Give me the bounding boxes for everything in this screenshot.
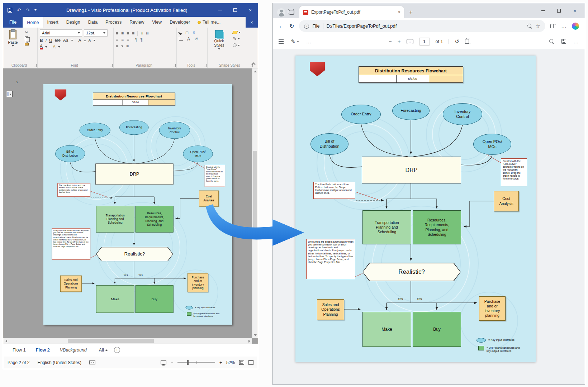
- grow-font-button[interactable]: A: [79, 38, 81, 43]
- shape-drp[interactable]: DRP: [95, 163, 173, 185]
- zoom-out-icon[interactable]: −: [389, 39, 392, 44]
- underline-button[interactable]: U: [49, 38, 52, 43]
- text-direction-icon[interactable]: ¶: [135, 37, 137, 42]
- shape-buy[interactable]: Buy: [413, 312, 461, 347]
- shape-forecasting[interactable]: Forecasting: [119, 120, 149, 135]
- shape-forecasting[interactable]: Forecasting: [392, 101, 430, 120]
- tab-process[interactable]: Process: [101, 17, 125, 28]
- insert-page-button[interactable]: +: [114, 347, 120, 353]
- close-button[interactable]: ×: [243, 3, 258, 17]
- horizontal-scrollbar-thumb[interactable]: [68, 339, 154, 343]
- switch-windows-icon[interactable]: [248, 360, 253, 365]
- shape-order-entry[interactable]: Order Entry: [341, 105, 381, 124]
- rotate-text-icon[interactable]: ¶: [141, 37, 143, 42]
- shape-resources-requirements[interactable]: Resources, Requirements, Planning, and S…: [136, 206, 174, 233]
- font-size-select[interactable]: 12pt.: [84, 29, 108, 37]
- maximize-button[interactable]: [551, 5, 567, 17]
- zoom-slider[interactable]: [177, 362, 215, 363]
- quick-styles-button[interactable]: Quick Styles: [210, 29, 228, 50]
- tab-actions-icon[interactable]: [289, 10, 294, 15]
- shape-sales-operations[interactable]: Sales and Operations Planning: [60, 276, 82, 292]
- shape-transportation-planning[interactable]: Transportation Planning and Scheduling: [362, 210, 411, 244]
- customize-qat-icon[interactable]: [34, 9, 37, 11]
- line-icon[interactable]: ✎: [233, 36, 236, 41]
- page-indicator[interactable]: Page 2 of 2: [8, 360, 29, 365]
- copilot-icon[interactable]: [572, 23, 579, 30]
- page-tab-flow1[interactable]: Flow 1: [8, 348, 30, 353]
- justify-icon[interactable]: ≡: [132, 31, 134, 36]
- shape-buy[interactable]: Buy: [136, 285, 174, 313]
- pdf-more-settings-icon[interactable]: …: [573, 38, 579, 44]
- paste-button[interactable]: Paste: [5, 29, 20, 47]
- presentation-mode-icon[interactable]: [161, 360, 166, 364]
- shape-bill-of-distribution[interactable]: Bill of Distribution: [310, 133, 348, 155]
- tell-me-box[interactable]: Tell me...: [194, 17, 224, 28]
- tab-design[interactable]: Design: [62, 17, 84, 28]
- increase-indent-icon[interactable]: ≡: [127, 37, 129, 42]
- align-center-icon[interactable]: ≡: [121, 31, 124, 36]
- horizontal-scrollbar[interactable]: [3, 338, 252, 344]
- font-dialog-launcher[interactable]: [110, 64, 113, 67]
- browser-tab[interactable]: ExportPageToPdf_out.pdf ×: [299, 6, 404, 18]
- scroll-right-icon[interactable]: [246, 338, 252, 344]
- shape-purchase-inventory[interactable]: Purchase and or inventory planning: [188, 273, 208, 292]
- pdf-more-tools-icon[interactable]: …: [306, 38, 312, 44]
- delete-tool-icon[interactable]: ×: [193, 30, 195, 35]
- fill-icon[interactable]: [232, 31, 238, 34]
- format-painter-button[interactable]: [25, 43, 29, 46]
- align-right-icon[interactable]: ≡: [127, 31, 129, 36]
- pdf-viewer-content[interactable]: Distribution Resources Flowchart 6/1/00 …: [273, 49, 585, 384]
- change-case-button[interactable]: Aa: [63, 38, 68, 43]
- expand-panel-chevron-icon[interactable]: ›: [16, 78, 18, 85]
- shape-resources-requirements[interactable]: Resources, Requirements, Planning, and S…: [413, 210, 461, 244]
- macro-record-icon[interactable]: [89, 360, 95, 364]
- profile-avatar-icon[interactable]: [277, 8, 285, 16]
- fit-page-icon[interactable]: [239, 360, 244, 365]
- annotation-line-curve[interactable]: Created with the "Line-Curve" connector …: [205, 165, 225, 187]
- strikethrough-button[interactable]: abc: [55, 39, 61, 42]
- tab-view[interactable]: View: [148, 17, 166, 28]
- annotation-line-ends[interactable]: The Line Ends button and Line Pattern bu…: [57, 183, 90, 197]
- pdf-page-number-input[interactable]: [419, 38, 430, 46]
- tab-data[interactable]: Data: [84, 17, 101, 28]
- zoom-level[interactable]: 52%: [226, 360, 235, 365]
- save-icon[interactable]: [8, 8, 12, 13]
- shape-purchase-inventory[interactable]: Purchase and or inventory planning: [479, 296, 506, 321]
- align-left-icon[interactable]: ≡: [116, 31, 118, 36]
- shape-order-entry[interactable]: Order Entry: [79, 123, 110, 138]
- undo-icon[interactable]: ↶: [17, 8, 21, 13]
- shrink-font-button[interactable]: A: [89, 39, 91, 42]
- align-middle-icon[interactable]: ≡: [145, 32, 150, 34]
- line-spacing-icon[interactable]: ≡: [116, 44, 118, 49]
- tools-dialog-launcher[interactable]: [204, 64, 207, 67]
- rotate-pages-icon[interactable]: ↺: [455, 39, 459, 44]
- maximize-button[interactable]: [228, 3, 243, 17]
- flowchart-title-block[interactable]: Distribution Resources Flowchart 6/1/00: [359, 66, 463, 83]
- split-screen-icon[interactable]: [550, 24, 556, 28]
- annotation-line-ends[interactable]: The Line Ends button and Line Pattern bu…: [313, 182, 355, 199]
- shapes-panel-icon[interactable]: [6, 91, 13, 97]
- shape-drp[interactable]: DRP: [362, 157, 461, 183]
- shape-open-pos-mos[interactable]: Open POs/ MOs: [183, 145, 213, 162]
- site-info-icon[interactable]: i: [304, 24, 309, 29]
- effects-icon[interactable]: [233, 43, 237, 47]
- close-button[interactable]: ×: [567, 5, 583, 17]
- annotation-line-curve[interactable]: Created with the "Line-Curve" connector …: [501, 158, 527, 186]
- cut-button[interactable]: ✂: [25, 30, 29, 34]
- refresh-icon[interactable]: ↻: [289, 23, 294, 29]
- page-view-icon[interactable]: [465, 39, 469, 44]
- minimize-button[interactable]: [213, 3, 228, 17]
- bold-button[interactable]: B: [40, 38, 43, 43]
- shape-inventory-control[interactable]: Inventory Control: [159, 121, 190, 139]
- flowchart-title-block[interactable]: Distribution Resources Flowchart 6/1/00: [93, 93, 175, 106]
- table-of-contents-icon[interactable]: [279, 39, 284, 44]
- pointer-tool-icon[interactable]: [178, 30, 182, 35]
- scroll-up-icon[interactable]: [252, 68, 258, 74]
- page-tab-flow2[interactable]: Flow 2: [32, 348, 54, 353]
- zoom-in-button[interactable]: +: [219, 360, 222, 365]
- align-top-icon[interactable]: ≡: [139, 32, 144, 34]
- scroll-left-icon[interactable]: [3, 338, 9, 344]
- all-pages-dropdown[interactable]: All: [99, 348, 108, 353]
- shape-sales-operations[interactable]: Sales and Operations Planning: [317, 299, 344, 320]
- pdf-save-icon[interactable]: [561, 39, 566, 44]
